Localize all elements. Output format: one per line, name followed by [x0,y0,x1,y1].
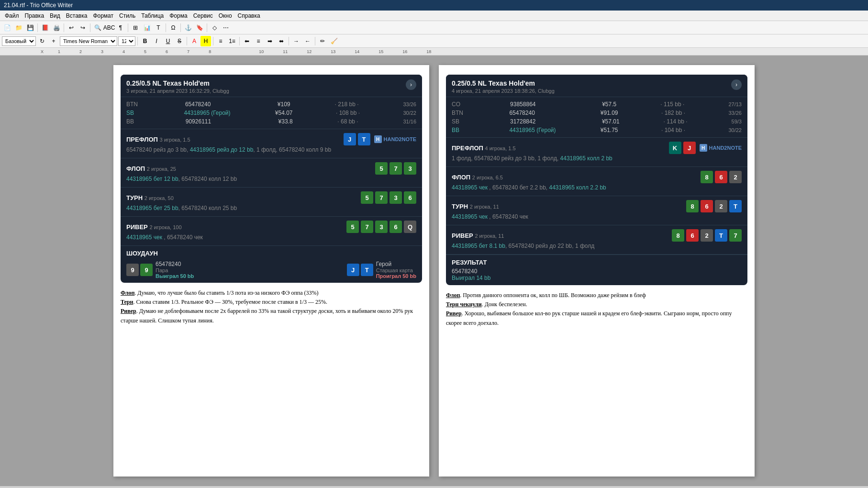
preflop-name-2: ПРЕФЛОП [452,144,483,152]
nav-next-1[interactable]: › [406,79,416,90]
pilcrow-btn[interactable]: ¶ [115,22,126,33]
pdf-btn[interactable]: 📕 [40,22,50,33]
preflop-2: ПРЕФЛОП 4 игрока, 1.5 K J H HAND2NOTE [446,138,747,167]
pos-co: CO [452,101,466,108]
turn-header-2: ТУРН 2 игрока, 11 8 6 2 T [452,200,742,212]
fontcolor-btn[interactable]: A [189,36,200,46]
eraser-btn[interactable]: 🧹 [329,36,339,46]
open-btn[interactable]: 📁 [13,22,24,33]
id-bb2: 44318965 (Герой) [509,127,557,133]
preflop-action-2: 1 фолд, 65478240 рейз до 3 bb, 1 фолд, 4… [452,154,742,163]
find-btn[interactable]: 🔍 [92,22,103,33]
style-new-btn[interactable]: + [48,36,59,46]
river-action-1: 44318965 чек , 65478240 чек [126,233,416,242]
player-row-bb: BB 90926111 ¥33.8 · 68 bb · 31/16 [126,117,416,126]
style-select[interactable]: Базовый [2,36,36,46]
sd-result-2: Проиграл 50 bb [376,273,416,279]
river-info-2: 2 игрока, 11 [475,233,504,239]
page-2: 0.25/0.5 NL Texas Hold'em 4 игрока, 21 а… [439,65,755,477]
menu-format[interactable]: Формат [90,11,116,20]
bb-btn: · 218 bb · [334,101,358,108]
label-turn-2: Терн чекнули [446,301,482,308]
highlight-btn[interactable]: H [200,36,211,46]
shape-btn[interactable]: ◇ [209,22,220,33]
menu-help[interactable]: Справка [235,11,263,20]
preflop-info-2: 4 игрока, 1.5 [485,145,516,151]
special-btn[interactable]: Ω [168,22,178,33]
save-btn[interactable]: 💾 [25,22,35,33]
menu-file[interactable]: Файл [2,11,22,20]
highlight2-btn[interactable]: ✏ [317,36,328,46]
turn-cards-1: 5 7 3 6 [361,191,416,204]
river-card-2: 2 [701,229,713,242]
vpip-bb: 31/16 [403,119,416,124]
river-card-8: 8 [672,229,684,242]
id-btn: 65478240 [185,101,233,108]
style-update-btn[interactable]: ↻ [37,36,47,46]
result-title-2: РЕЗУЛЬТАТ [452,259,742,266]
bookmark-btn[interactable]: 🔖 [194,22,205,33]
menu-edit[interactable]: Правка [22,11,47,20]
menu-window[interactable]: Окно [216,11,235,20]
hand-info-2: 0.25/0.5 NL Texas Hold'em 4 игрока, 21 а… [452,79,555,94]
showdown-1: ШОУДАУН 9 9 65478240 Пара Выиграл 50 bb [121,246,422,283]
turn-card-7: 7 [375,191,388,204]
river-card-6: 6 [389,221,402,233]
more-btn[interactable]: ⋯ [221,22,231,33]
align-left-btn[interactable]: ⬅ [242,36,252,46]
player-row-sb2: SB 31728842 ¥57.01 · 114 bb · 59/3 [452,117,742,126]
menu-table[interactable]: Таблица [138,11,167,20]
sep2 [64,23,64,32]
hn-icon-2: H [700,144,707,152]
undo-btn[interactable]: ↩ [66,22,77,33]
numlist-btn[interactable]: 1≡ [227,36,237,46]
sd-card-T: T [361,264,373,276]
river-name-1: РИВЕР [126,223,148,231]
flop-cards-1: 5 7 3 [375,162,416,175]
table-btn[interactable]: ⊞ [130,22,141,33]
menu-view[interactable]: Вид [47,11,63,20]
turn-info-2: 2 игрока, 11 [470,204,499,210]
preflop-name-1: ПРЕФЛОП [126,136,158,143]
strikethrough-btn[interactable]: S [174,36,185,46]
nav-next-2[interactable]: › [731,79,742,90]
vpip-co: 27/13 [728,101,742,107]
outdent-btn[interactable]: ← [302,36,313,46]
sep5 [166,23,166,32]
text-btn[interactable]: T [153,22,164,33]
underline-btn[interactable]: U [163,36,173,46]
new-btn[interactable]: 📄 [2,22,12,33]
spellcheck-btn[interactable]: ABC [104,22,114,33]
menu-tools[interactable]: Сервис [190,11,216,20]
print-btn[interactable]: 🖨️ [51,22,62,33]
redo-btn[interactable]: ↪ [78,22,88,33]
flop-header-1: ФЛОП 2 игрока, 25 5 7 3 [126,162,416,175]
font-select[interactable]: Times New Roman [60,36,117,46]
italic-btn[interactable]: I [151,36,162,46]
river-card-7: 7 [361,221,373,233]
menu-style[interactable]: Стиль [116,11,138,20]
showdown-player2: J T Герой Старшая карта Проиграл 50 bb [347,261,416,279]
turn-action-2: 44318965 чек , 65478240 чек [452,212,742,221]
river-2: РИВЕР 2 игрока, 11 8 6 2 T 7 44318965 бе… [446,225,747,255]
anchor-btn[interactable]: ⚓ [183,22,193,33]
align-justify-btn[interactable]: ⬌ [276,36,287,46]
indent-btn[interactable]: → [291,36,301,46]
bb-bb: · 68 bb · [337,118,358,125]
align-right-btn[interactable]: ➡ [265,36,275,46]
menu-form[interactable]: Форма [167,11,190,20]
size-select[interactable]: 12 [118,36,135,46]
bb-btn2: · 182 bb · [661,110,685,116]
river-card-3: 3 [375,221,388,233]
sd-hand-2: Старшая карта [376,267,416,273]
pos-bb: BB [126,118,141,125]
menu-insert[interactable]: Вставка [63,11,90,20]
stack-sb2: ¥57.01 [602,118,620,125]
bold-btn[interactable]: B [140,36,150,46]
chart-btn[interactable]: 📊 [142,22,152,33]
flop-cards-2: 8 6 2 [701,171,742,183]
list-btn[interactable]: ≡ [215,36,226,46]
align-center-btn[interactable]: ≡ [253,36,264,46]
turn-left-1: ТУРН 2 игрока, 50 [126,194,174,201]
turn-card-5: 5 [361,191,373,204]
